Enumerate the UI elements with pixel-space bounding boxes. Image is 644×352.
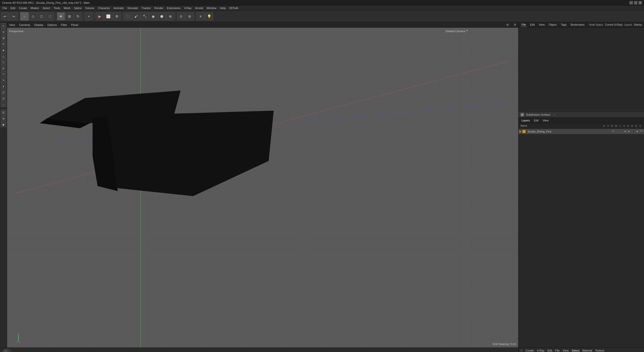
tool-camera-speed[interactable]: ≡	[196, 12, 205, 20]
attr-tab-file[interactable]: File	[555, 349, 560, 352]
menu-file[interactable]: File	[1, 6, 9, 10]
menu-character[interactable]: Character	[96, 6, 111, 10]
node-space-value[interactable]: Current (V-Ray)	[605, 23, 623, 26]
menu-arnold[interactable]: Arnold	[193, 6, 205, 10]
attr-tab-edit[interactable]: Edit	[547, 349, 552, 352]
menu-tools[interactable]: Tools	[52, 6, 62, 10]
menu-extensions[interactable]: Extensions	[166, 6, 182, 10]
obj-tab-edit[interactable]: Edit	[533, 118, 540, 122]
menu-edit[interactable]: Edit	[9, 6, 17, 10]
layout-value[interactable]: Startup	[634, 23, 642, 26]
menu-help[interactable]: Help	[218, 6, 227, 10]
tool-render-settings[interactable]: ⚙	[113, 12, 121, 20]
tool-mograph[interactable]: ⬟	[158, 12, 166, 20]
tool-paint[interactable]: 🖌	[132, 12, 140, 20]
tool-snap[interactable]: ⊕	[166, 12, 174, 20]
sidebar-spline[interactable]: 〜	[1, 71, 6, 77]
menu-vray[interactable]: V-Ray	[182, 6, 193, 10]
menu-simulate[interactable]: Simulate	[126, 6, 140, 10]
attr-tab-view[interactable]: View	[563, 349, 569, 352]
tool-workplane[interactable]: ⊚	[186, 12, 194, 20]
sidebar-tool13[interactable]: ◳	[1, 96, 6, 101]
sidebar-tool16[interactable]: ⊛	[1, 116, 6, 121]
attr-tab-create[interactable]: Create	[526, 349, 534, 352]
obj-icon-gem[interactable]: ◆	[635, 130, 639, 133]
vp-menu-cameras[interactable]: Cameras	[19, 23, 30, 26]
menu-create[interactable]: Create	[17, 6, 29, 10]
tool-undo[interactable]: ↩	[1, 12, 9, 20]
node-tab-file[interactable]: File	[520, 23, 527, 27]
menu-volume[interactable]: Volume	[84, 6, 96, 10]
viewport-canvas[interactable]: Perspective Default Camera ** Grid Spaci…	[7, 28, 518, 347]
menu-3dtoai[interactable]: 3DToAI	[228, 6, 240, 10]
menu-spline[interactable]: Spline	[72, 6, 83, 10]
obj-icon-film[interactable]: 🎬	[639, 130, 643, 133]
sidebar-paint[interactable]: ✎	[1, 77, 6, 83]
attr-tab-select[interactable]: Select	[572, 349, 579, 352]
menu-select[interactable]: Select	[41, 6, 52, 10]
menu-mesh[interactable]: Mesh	[62, 6, 72, 10]
sidebar-tool14[interactable]: ⬦	[1, 102, 6, 107]
viewport-icon-maximize[interactable]: ⊞	[506, 23, 509, 26]
tool-scale[interactable]: ⊞	[65, 12, 73, 20]
tool-rotate[interactable]: ↻	[74, 12, 82, 20]
maximize-button[interactable]: □	[634, 1, 637, 5]
tool-object-snap[interactable]: ⊙	[177, 12, 185, 20]
menu-animate[interactable]: Animate	[112, 6, 125, 10]
vp-menu-options[interactable]: Options	[47, 23, 57, 26]
vp-menu-display[interactable]: Display	[34, 23, 43, 26]
sidebar-move[interactable]: ✛	[1, 29, 6, 35]
close-button[interactable]: ✕	[638, 1, 642, 5]
sidebar-select[interactable]: ↖	[1, 23, 6, 29]
sidebar-sculpt[interactable]: ♦	[1, 83, 6, 89]
obj-tab-view[interactable]: View	[542, 118, 550, 122]
viewport-icon-settings[interactable]: ⚙	[514, 23, 516, 26]
node-tab-object[interactable]: Object	[548, 23, 558, 27]
node-tab-view[interactable]: View	[538, 23, 546, 27]
menu-window[interactable]: Window	[205, 6, 218, 10]
attr-menu-icon[interactable]: ☰	[520, 349, 522, 352]
tool-3d-view[interactable]: ⬛	[124, 12, 132, 20]
sidebar-tool5[interactable]: ◈	[1, 47, 6, 53]
node-tab-tags[interactable]: Tags	[560, 23, 568, 27]
menu-modes[interactable]: Modes	[29, 6, 41, 10]
node-tab-bookmarks[interactable]: Bookmarks	[570, 23, 585, 27]
sidebar-tool12[interactable]: ◰	[1, 90, 6, 95]
minimize-button[interactable]: —	[629, 1, 633, 5]
obj-icon-camera[interactable]: ○	[615, 130, 619, 133]
tool-redo[interactable]: ↪	[10, 12, 18, 20]
vp-menu-panel[interactable]: Panel	[71, 23, 78, 26]
obj-icon-eye[interactable]: 👁	[611, 130, 615, 133]
attr-tab-texture[interactable]: Texture	[595, 349, 604, 352]
tool-move[interactable]: ✛	[57, 12, 65, 20]
material-slot[interactable]: Models	[1, 348, 13, 352]
sidebar-rotate[interactable]: ↻	[1, 41, 6, 47]
tool-render[interactable]: ▶	[96, 12, 104, 20]
tool-light[interactable]: 💡	[205, 12, 213, 20]
attr-tab-vray[interactable]: V-Ray	[537, 349, 544, 352]
vp-menu-view[interactable]: View	[9, 23, 15, 26]
sidebar-tool17[interactable]: ◉	[1, 122, 6, 127]
sidebar-scale[interactable]: ⊞	[1, 35, 6, 41]
obj-icon-black[interactable]: ⬛	[631, 130, 635, 133]
tool-sculpt[interactable]: 🔨	[141, 12, 149, 20]
obj-row-scuba-fins[interactable]: ▶ Scuba_Diving_Fins 👁 ○ □ ◉ ▶ ⬛ ◆ 🎬	[518, 129, 644, 134]
tool-dynamics[interactable]: ◉	[149, 12, 157, 20]
obj-tab-layers[interactable]: Layers	[520, 118, 531, 122]
tool-object-mode[interactable]: ◇	[29, 12, 37, 20]
tool-edge-mode[interactable]: ⬡	[37, 12, 46, 20]
menu-render[interactable]: Render	[153, 6, 165, 10]
obj-icon-mode1[interactable]: ◉	[623, 130, 627, 133]
tool-render-region[interactable]: ⬜	[104, 12, 112, 20]
vp-menu-filter[interactable]: Filter	[61, 23, 67, 26]
tool-model-mode[interactable]: ○	[20, 12, 28, 20]
obj-icon-lock[interactable]: □	[619, 130, 623, 133]
tool-poly-mode[interactable]: □	[46, 12, 54, 20]
sidebar-tool6[interactable]: △	[1, 53, 6, 59]
sidebar-layers[interactable]: ☰	[1, 110, 6, 115]
node-tab-edit[interactable]: Edit	[529, 23, 536, 27]
obj-icon-play[interactable]: ▶	[627, 130, 631, 133]
sidebar-tool8[interactable]: ◎	[1, 65, 6, 71]
menu-tracker[interactable]: Tracker	[140, 6, 152, 10]
attr-tab-material[interactable]: Material	[582, 349, 592, 352]
